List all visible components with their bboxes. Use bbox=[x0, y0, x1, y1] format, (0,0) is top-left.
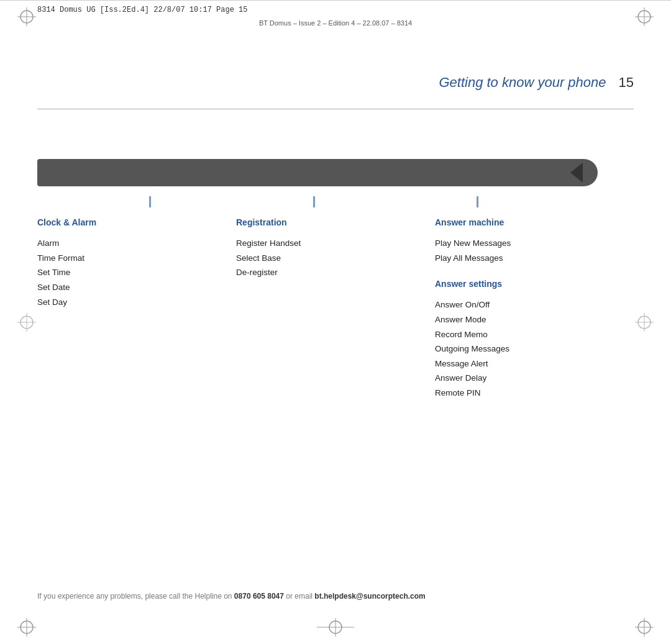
page-number: 15 bbox=[619, 75, 634, 91]
list-item: Alarm bbox=[37, 236, 224, 251]
column-clock-alarm: Clock & Alarm Alarm Time Format Set Time… bbox=[37, 217, 236, 401]
reg-mark-bottom-left bbox=[17, 618, 36, 637]
column-registration: Registration Register Handset Select Bas… bbox=[236, 217, 435, 401]
footer-phone: 0870 605 8047 bbox=[234, 592, 284, 601]
page-title: Getting to know your phone bbox=[439, 75, 606, 91]
tick-1 bbox=[149, 196, 151, 207]
footer-before: If you experience any problems, please c… bbox=[37, 592, 234, 601]
list-item: Answer On/Off bbox=[435, 297, 621, 312]
reg-mark-top-right bbox=[635, 7, 654, 26]
reg-mark-middle-right bbox=[635, 313, 654, 332]
list-item: Set Date bbox=[37, 280, 224, 295]
list-item: Set Day bbox=[37, 295, 224, 310]
list-item: Record Memo bbox=[435, 327, 621, 342]
heading-registration: Registration bbox=[236, 217, 422, 227]
list-item: Outgoing Messages bbox=[435, 342, 621, 356]
heading-answer-machine: Answer machine bbox=[435, 217, 621, 227]
reg-mark-bottom-center bbox=[317, 618, 354, 637]
tick-2 bbox=[313, 196, 315, 207]
list-item: Remote PIN bbox=[435, 386, 621, 401]
title-rule bbox=[37, 109, 634, 109]
reg-mark-middle-left bbox=[17, 313, 36, 332]
list-item: Play All Messages bbox=[435, 251, 621, 266]
reg-mark-top-left bbox=[17, 7, 36, 26]
tick-marks bbox=[37, 196, 590, 209]
scrollbar-graphic bbox=[37, 154, 590, 191]
list-item: De-register bbox=[236, 265, 422, 280]
reg-mark-bottom-right bbox=[635, 618, 654, 637]
header-bar: 8314 Domus UG [Iss.2Ed.4] 22/8/07 10:17 … bbox=[0, 0, 671, 34]
tick-3 bbox=[477, 196, 478, 207]
list-item: Set Time bbox=[37, 265, 224, 280]
answer-settings-section: Answer settings Answer On/Off Answer Mod… bbox=[435, 279, 621, 400]
header-subtitle: BT Domus – Issue 2 – Edition 4 – 22.08.0… bbox=[259, 19, 412, 27]
list-item: Play New Messages bbox=[435, 236, 621, 251]
list-item: Register Handset bbox=[236, 236, 422, 251]
list-item: Answer Delay bbox=[435, 371, 621, 386]
heading-clock-alarm: Clock & Alarm bbox=[37, 217, 224, 227]
list-item: Answer Mode bbox=[435, 312, 621, 327]
list-item: Message Alert bbox=[435, 356, 621, 371]
footer-text: If you experience any problems, please c… bbox=[37, 592, 634, 601]
column-answer: Answer machine Play New Messages Play Al… bbox=[435, 217, 634, 401]
heading-answer-settings: Answer settings bbox=[435, 279, 621, 289]
list-item: Time Format bbox=[37, 251, 224, 266]
footer-email: bt.helpdesk@suncorptech.com bbox=[314, 592, 425, 601]
content-area: Clock & Alarm Alarm Time Format Set Time… bbox=[37, 217, 634, 401]
scrollbar-arrow bbox=[547, 154, 596, 191]
footer-middle: or email bbox=[284, 592, 314, 601]
list-item: Select Base bbox=[236, 251, 422, 266]
header-top-text: 8314 Domus UG [Iss.2Ed.4] 22/8/07 10:17 … bbox=[37, 6, 247, 14]
scrollbar-track bbox=[37, 159, 590, 186]
page-title-area: Getting to know your phone 15 bbox=[439, 75, 634, 91]
